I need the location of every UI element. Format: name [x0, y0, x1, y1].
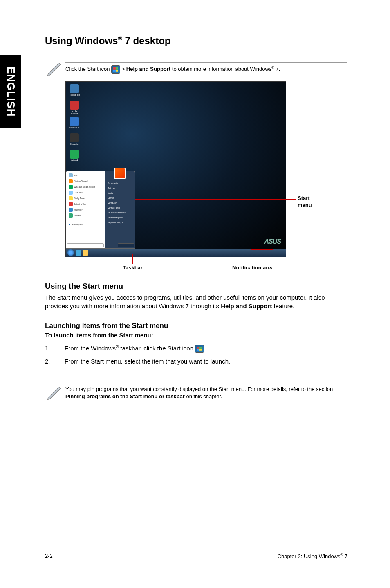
chapter-label: Chapter 2: Using Windows® 7	[278, 553, 347, 559]
start-item: Paint	[67, 173, 103, 178]
start-menu-right: Documents Pictures Music Games Computer …	[105, 171, 135, 248]
start-item: Windows Media Center	[67, 184, 103, 190]
taskbar-start-button	[67, 249, 74, 256]
getting-started-icon	[69, 179, 73, 183]
recycle-bin-icon	[70, 84, 79, 93]
heading-suffix: 7 desktop	[122, 35, 171, 46]
calculator-icon	[69, 191, 73, 195]
step-row: 1. From the Windows® taskbar, click the …	[45, 344, 347, 353]
start-right-item: Control Panel	[106, 205, 134, 210]
callout-taskbar: Taskbar	[123, 265, 143, 271]
user-avatar	[114, 168, 126, 179]
start-menu-left: Paint Getting Started Windows Media Cent…	[66, 171, 105, 248]
notification-area-highlight	[251, 249, 273, 256]
callout-line	[135, 199, 296, 200]
start-item: Sticky Notes	[67, 195, 103, 201]
start-right-item: Documents	[106, 181, 134, 186]
start-right-item: Music	[106, 191, 134, 195]
reg-mark: ®	[118, 35, 122, 42]
windows-desktop-screenshot: Recycle Bin Adobe Reader Power2Go Comput…	[65, 81, 286, 257]
step-text: From the Windows® taskbar, click the Sta…	[65, 344, 347, 353]
start-right-item: Computer	[106, 200, 134, 205]
magnifier-icon	[69, 208, 73, 212]
sticky-notes-icon	[69, 196, 73, 200]
desktop-icon: Adobe Reader	[68, 101, 81, 115]
note-icon	[45, 59, 63, 79]
page-footer: 2-2 Chapter 2: Using Windows® 7	[45, 551, 347, 559]
heading-prefix: Using Windows	[45, 35, 118, 46]
step-list: 1. From the Windows® taskbar, click the …	[45, 344, 347, 365]
desktop-icons-column: Recycle Bin Adobe Reader Power2Go Comput…	[68, 84, 85, 166]
start-item: Snipping Tool	[67, 201, 103, 207]
adobe-icon	[70, 101, 79, 110]
start-search-box	[67, 243, 104, 247]
note-text: You may pin programs that you want const…	[65, 386, 347, 400]
desktop-icon: Network	[68, 150, 81, 164]
computer-icon	[70, 133, 79, 142]
start-icon	[111, 65, 120, 74]
page-title: Using Windows® 7 desktop	[45, 35, 347, 47]
callout-line	[132, 254, 133, 264]
start-right-item: Devices and Printers	[106, 210, 134, 215]
desktop-screenshot-wrap: Recycle Bin Adobe Reader Power2Go Comput…	[65, 81, 347, 257]
start-right-item: Games	[106, 195, 134, 200]
start-right-item: Default Programs	[106, 215, 134, 220]
desktop-icon: Computer	[68, 133, 81, 148]
start-menu: Paint Getting Started Windows Media Cent…	[66, 171, 135, 249]
tip-note: Click the Start icon > Help and Support …	[65, 62, 347, 76]
snipping-tool-icon	[69, 202, 73, 206]
step-row: 2. From the Start menu, select the item …	[45, 358, 347, 365]
desktop-icon: Recycle Bin	[68, 84, 81, 99]
taskbar-ie-icon	[76, 250, 81, 256]
solitaire-icon	[69, 213, 73, 218]
shutdown-button	[118, 243, 134, 247]
start-item: Calculator	[67, 190, 103, 195]
paint-icon	[69, 173, 73, 177]
taskbar-explorer-icon	[83, 250, 88, 256]
callout-line	[262, 256, 262, 264]
tip-text: Click the Start icon > Help and Support …	[65, 65, 280, 74]
start-item: Getting Started	[67, 178, 103, 184]
network-icon	[70, 150, 79, 159]
start-item: Solitaire	[67, 213, 103, 218]
main-content: Using Windows® 7 desktop Click the Start…	[45, 35, 347, 403]
step-number: 2.	[45, 358, 65, 365]
power2go-icon	[70, 117, 79, 126]
page-number: 2-2	[45, 553, 53, 559]
subsection-heading: Launching items from the Start menu	[45, 322, 347, 330]
start-right-item: Help and Support	[106, 220, 134, 225]
callout-notification: Notification area	[232, 265, 274, 271]
step-number: 1.	[45, 344, 65, 353]
start-icon	[195, 345, 204, 353]
note-icon	[45, 383, 63, 402]
all-programs-row: ▶All Programs	[67, 221, 103, 227]
section-body: The Start menu gives you access to progr…	[45, 293, 347, 310]
media-center-icon	[69, 185, 73, 189]
procedure-intro: To launch items from the Start menu:	[45, 332, 347, 339]
start-right-item: Pictures	[106, 186, 134, 191]
asus-logo: ASUS	[264, 238, 281, 245]
taskbar-clock	[274, 249, 285, 256]
desktop-icon: Power2Go	[68, 117, 81, 132]
pin-note: You may pin programs that you want const…	[65, 383, 347, 403]
callout-start-menu: Startmenu	[298, 195, 312, 209]
language-tab: ENGLISH	[0, 55, 21, 128]
step-text: From the Start menu, select the item tha…	[65, 358, 347, 365]
section-heading: Using the Start menu	[45, 282, 347, 291]
start-item: Magnifier	[67, 207, 103, 213]
